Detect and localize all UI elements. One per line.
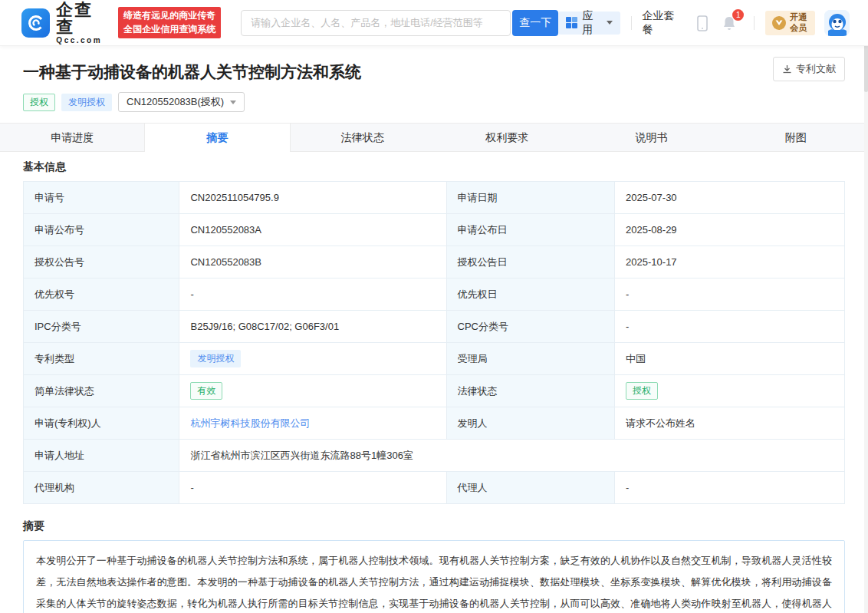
patent-type-badge: 发明授权: [190, 350, 241, 367]
chevron-down-icon: [230, 101, 236, 104]
info-label: 授权公告号: [24, 246, 179, 278]
brand-slogan: 缔造有远见的商业传奇 全国企业信用查询系统: [118, 7, 221, 38]
info-label: 代理人: [446, 472, 615, 504]
info-label: 申请公布日: [446, 214, 615, 246]
basic-info-table: 申请号 CN202511054795.9 申请日期 2025-07-30 申请公…: [23, 181, 845, 504]
abstract-section-title: 摘要: [0, 504, 868, 540]
info-label: 简单法律状态: [24, 375, 179, 407]
search-input[interactable]: [241, 10, 511, 36]
divider: [631, 16, 632, 30]
info-value: 2025-07-30: [615, 182, 845, 214]
tab-legal-status[interactable]: 法律状态: [291, 124, 435, 151]
tab-bar: 申请进度 摘要 法律状态 权利要求 说明书 附图: [0, 123, 868, 152]
patent-document-download-button[interactable]: 专利文献: [773, 57, 845, 81]
notification-badge: 1: [732, 9, 744, 21]
chevron-down-icon: [607, 21, 613, 25]
apps-label: 应用: [582, 9, 602, 37]
table-row: 申请人地址 浙江省杭州市滨江区西兴街道东流路88号1幢306室: [24, 440, 845, 472]
table-row: 简单法律状态 有效 法律状态 授权: [24, 375, 845, 407]
info-value: 授权: [615, 375, 845, 407]
main-content: 一种基于动捕设备的机器人关节控制方法和系统 专利文献 授权 发明授权 CN120…: [0, 46, 868, 613]
vip-v-icon: [772, 16, 786, 30]
info-value: 发明授权: [179, 343, 446, 375]
info-label: 专利类型: [24, 343, 179, 375]
apps-grid-icon: [566, 17, 577, 28]
info-value: -: [179, 472, 446, 504]
notification-button[interactable]: 1: [722, 15, 737, 31]
phone-icon: [695, 14, 709, 32]
info-value: -: [179, 278, 446, 311]
info-value: B25J9/16; G08C17/02; G06F3/01: [179, 311, 446, 343]
table-row: 代理机构 - 代理人 -: [24, 472, 845, 504]
qcc-ring-icon: [26, 13, 46, 33]
info-label: 发明人: [446, 407, 615, 440]
search-bar: 查一下: [241, 10, 558, 36]
table-row: 申请公布号 CN120552083A 申请公布日 2025-08-29: [24, 214, 845, 246]
table-row: 优先权号 - 优先权日 -: [24, 278, 845, 311]
info-value: 中国: [615, 343, 845, 375]
table-row: 专利类型 发明授权 受理局 中国: [24, 343, 845, 375]
tab-figures[interactable]: 附图: [724, 124, 868, 151]
table-row: IPC分类号 B25J9/16; G08C17/02; G06F3/01 CPC…: [24, 311, 845, 343]
enterprise-package-link[interactable]: 企业套餐: [643, 9, 684, 37]
tab-application-progress[interactable]: 申请进度: [0, 124, 144, 151]
tab-specification[interactable]: 说明书: [579, 124, 723, 151]
tab-claims[interactable]: 权利要求: [435, 124, 579, 151]
info-label: 代理机构: [24, 472, 179, 504]
status-badge: 有效: [190, 382, 222, 400]
info-value: 2025-10-17: [615, 246, 845, 278]
divider: [754, 16, 755, 30]
mobile-app-button[interactable]: [695, 14, 709, 32]
table-row: 授权公告号 CN120552083B 授权公告日 2025-10-17: [24, 246, 845, 278]
logo-name-cn: 企查查: [56, 2, 110, 35]
vip-label: 开通会员: [790, 12, 808, 32]
vip-upgrade-button[interactable]: 开通会员: [765, 11, 815, 35]
search-button[interactable]: 查一下: [512, 10, 558, 36]
info-value: 浙江省杭州市滨江区西兴街道东流路88号1幢306室: [179, 440, 845, 472]
status-badge: 授权: [626, 382, 658, 400]
info-label: 授权公告日: [446, 246, 615, 278]
patent-type-badge: 发明授权: [61, 94, 112, 111]
qcc-logo[interactable]: 企查查 Qcc.com: [21, 2, 110, 44]
patent-title: 一种基于动捕设备的机器人关节控制方法和系统: [23, 61, 845, 83]
info-label: 申请日期: [446, 182, 615, 214]
basic-info-section-title: 基本信息: [0, 152, 868, 181]
scrollbar[interactable]: [864, 0, 868, 613]
info-label: 受理局: [446, 343, 615, 375]
info-label: 法律状态: [446, 375, 615, 407]
status-badge: 授权: [23, 94, 55, 111]
info-label: 申请公布号: [24, 214, 179, 246]
logo-name-en: Qcc.com: [56, 37, 110, 44]
info-value: -: [615, 311, 845, 343]
info-label: 优先权号: [24, 278, 179, 311]
info-value: CN202511054795.9: [179, 182, 446, 214]
applicant-company-link[interactable]: 杭州宇树科技股份有限公司: [190, 417, 310, 429]
download-icon: [782, 64, 792, 74]
header: 企查查 Qcc.com 缔造有远见的商业传奇 全国企业信用查询系统 查一下 应用…: [0, 0, 868, 46]
patent-number-select[interactable]: CN120552083B(授权): [118, 92, 245, 112]
info-value: 2025-08-29: [615, 214, 845, 246]
user-avatar[interactable]: [824, 10, 850, 36]
table-row: 申请(专利权)人 杭州宇树科技股份有限公司 发明人 请求不公布姓名: [24, 407, 845, 440]
apps-button[interactable]: 应用: [558, 12, 620, 35]
info-value: 请求不公布姓名: [615, 407, 845, 440]
info-label: IPC分类号: [24, 311, 179, 343]
info-value: CN120552083B: [179, 246, 446, 278]
info-value: -: [615, 472, 845, 504]
info-label: 申请(专利权)人: [24, 407, 179, 440]
info-value: 有效: [179, 375, 446, 407]
abstract-text: 本发明公开了一种基于动捕设备的机器人关节控制方法和系统，属于机器人控制技术领域。…: [23, 540, 845, 613]
info-label: 申请号: [24, 182, 179, 214]
qcc-logo-icon: [21, 8, 50, 38]
penguin-mascot-icon: [824, 10, 850, 36]
info-label: CPC分类号: [446, 311, 615, 343]
info-value: -: [615, 278, 845, 311]
info-label: 优先权日: [446, 278, 615, 311]
info-value: CN120552083A: [179, 214, 446, 246]
table-row: 申请号 CN202511054795.9 申请日期 2025-07-30: [24, 182, 845, 214]
info-value: 杭州宇树科技股份有限公司: [179, 407, 446, 440]
info-label: 申请人地址: [24, 440, 179, 472]
tab-abstract[interactable]: 摘要: [144, 124, 290, 152]
